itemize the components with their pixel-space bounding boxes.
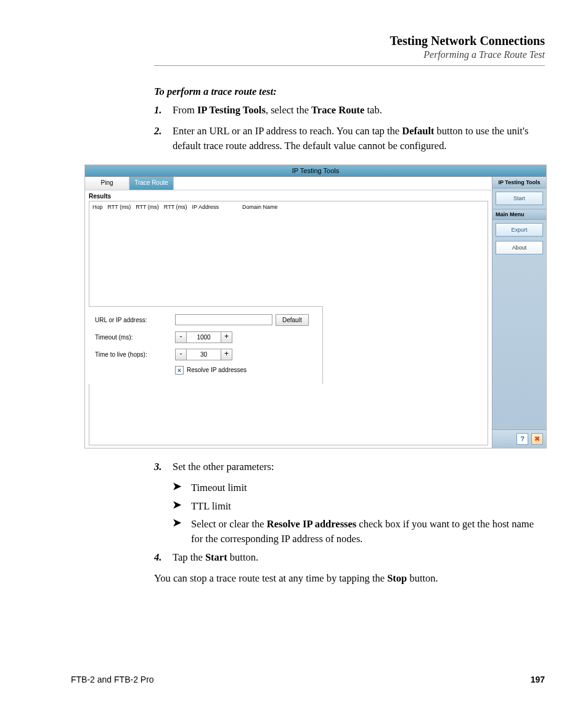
step-1: 1. From IP Testing Tools, select the Tra…: [154, 103, 545, 118]
bullet-text: Timeout limit: [191, 481, 247, 495]
side-header: IP Testing Tools: [492, 177, 546, 189]
results-table: Hop RTT (ms) RTT (ms) RTT (ms) IP Addres…: [89, 201, 488, 445]
page-number: 197: [531, 675, 545, 684]
step-number: 3.: [154, 460, 173, 474]
body-content-continued: 3. Set the other parameters: ➤ Timeout l…: [154, 460, 545, 586]
body-content: To perform a trace route test: 1. From I…: [154, 84, 545, 153]
timeout-minus-button[interactable]: -: [175, 331, 187, 343]
window-title: IP Testing Tools: [85, 165, 546, 177]
col-ip: IP Address: [192, 204, 219, 210]
step-number: 2.: [154, 124, 173, 153]
resolve-label: Resolve IP addresses: [187, 367, 247, 373]
procedure-heading: To perform a trace route test:: [154, 84, 545, 99]
embedded-screenshot: IP Testing Tools Ping Trace Route Result…: [84, 164, 547, 448]
bullet-ttl: ➤ TTL limit: [173, 499, 545, 514]
arrow-icon: ➤: [173, 499, 191, 511]
col-rtt3: RTT (ms): [164, 204, 187, 210]
tab-strip: Ping Trace Route: [85, 177, 492, 190]
timeout-plus-button[interactable]: +: [221, 331, 232, 343]
resolve-checkbox[interactable]: ×: [175, 366, 184, 375]
arrow-icon: ➤: [173, 517, 191, 529]
step-text: From IP Testing Tools, select the Trace …: [173, 103, 545, 118]
arrow-icon: ➤: [173, 481, 191, 493]
chapter-title: Testing Network Connections: [154, 34, 545, 48]
help-icon[interactable]: ?: [517, 433, 528, 445]
ttl-plus-button[interactable]: +: [221, 349, 232, 360]
results-label: Results: [89, 193, 488, 200]
close-icon[interactable]: ✖: [531, 433, 543, 445]
step-3: 3. Set the other parameters:: [154, 460, 545, 474]
ttl-stepper: - 30 +: [175, 349, 232, 360]
section-title: Performing a Trace Route Test: [154, 49, 545, 60]
step-4: 4. Tap the Start button.: [154, 550, 545, 565]
ttl-minus-button[interactable]: -: [175, 349, 187, 360]
tab-ping[interactable]: Ping: [85, 177, 129, 190]
step-2: 2. Enter an URL or an IP address to reac…: [154, 124, 545, 153]
step-text: Set the other parameters:: [173, 460, 545, 474]
parameters-form: URL or IP address: Default Timeout (ms):…: [89, 306, 323, 384]
step-text: Tap the Start button.: [173, 550, 545, 565]
main-panel: Ping Trace Route Results Hop RTT (ms) RT…: [85, 177, 492, 448]
page-footer: FTB-2 and FTB-2 Pro 197: [71, 675, 545, 684]
timeout-label: Timeout (ms):: [95, 334, 175, 341]
tab-trace-route[interactable]: Trace Route: [129, 177, 174, 190]
bullet-timeout: ➤ Timeout limit: [173, 481, 545, 495]
footer-product: FTB-2 and FTB-2 Pro: [71, 675, 154, 684]
url-label: URL or IP address:: [95, 317, 175, 323]
export-button[interactable]: Export: [496, 223, 543, 237]
start-button[interactable]: Start: [496, 192, 543, 205]
default-button[interactable]: Default: [276, 314, 309, 326]
bullet-text: TTL limit: [191, 499, 231, 514]
col-domain: Domain Name: [242, 204, 278, 210]
step-text: Enter an URL or an IP address to reach. …: [173, 124, 545, 153]
timeout-value[interactable]: 1000: [187, 331, 221, 343]
col-rtt2: RTT (ms): [136, 204, 159, 210]
step-number: 4.: [154, 550, 173, 565]
timeout-stepper: - 1000 +: [175, 331, 232, 343]
ttl-label: Time to live (hops):: [95, 351, 175, 358]
main-menu-header: Main Menu: [492, 209, 546, 220]
step-number: 1.: [154, 103, 173, 118]
col-hop: Hop: [92, 204, 103, 210]
about-button[interactable]: About: [496, 241, 543, 254]
bullet-text: Select or clear the Resolve IP addresses…: [191, 517, 545, 546]
results-panel: Results Hop RTT (ms) RTT (ms) RTT (ms) I…: [89, 193, 488, 445]
col-rtt1: RTT (ms): [108, 204, 131, 210]
url-input[interactable]: [175, 314, 272, 325]
bullet-resolve: ➤ Select or clear the Resolve IP address…: [173, 517, 545, 546]
table-header: Hop RTT (ms) RTT (ms) RTT (ms) IP Addres…: [89, 201, 488, 213]
closing-note: You can stop a trace route test at any t…: [154, 571, 545, 586]
side-panel: IP Testing Tools Start Main Menu Export …: [492, 177, 546, 448]
page-header: Testing Network Connections Performing a…: [154, 34, 545, 66]
ttl-value[interactable]: 30: [187, 349, 221, 360]
